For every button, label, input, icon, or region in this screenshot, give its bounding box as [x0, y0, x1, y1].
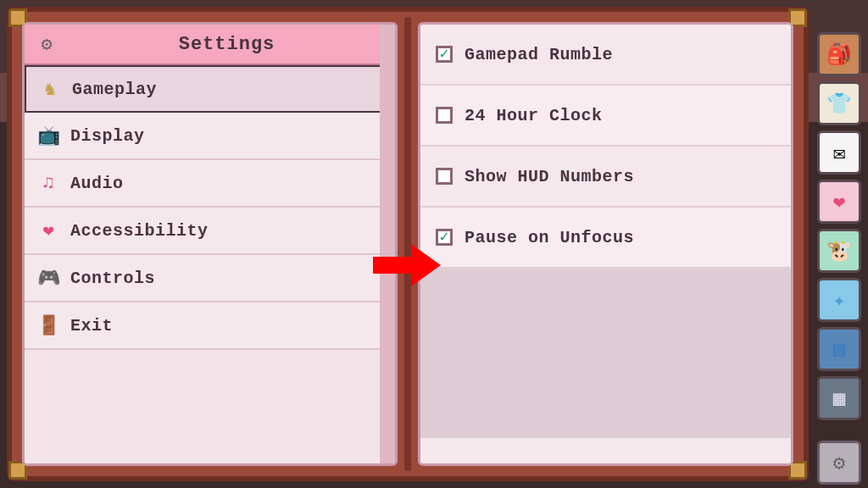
page-title: Settings	[69, 34, 385, 55]
checkbox-unchecked-icon	[436, 168, 453, 185]
option-24-hour-clock[interactable]: 24 Hour Clock	[420, 86, 791, 147]
quest-icon	[833, 337, 845, 362]
option-label: Pause on Unfocus	[465, 228, 634, 247]
settings-nav-page: Settings Gameplay Display Audio Accessi	[22, 22, 398, 466]
nav-label: Accessibility	[70, 221, 209, 241]
checkbox-unchecked-icon	[436, 107, 453, 124]
option-show-hud-numbers[interactable]: Show HUD Numbers	[420, 147, 791, 208]
cow-icon	[826, 239, 852, 263]
nav-controls[interactable]: Controls	[25, 255, 395, 302]
gear-icon	[833, 451, 845, 475]
option-label: Gamepad Rumble	[465, 45, 613, 64]
option-pause-on-unfocus[interactable]: Pause on Unfocus	[420, 208, 791, 269]
empty-space	[420, 269, 791, 438]
settings-book: Settings Gameplay Display Audio Accessi	[7, 7, 809, 481]
tab-skills[interactable]	[817, 278, 861, 322]
tab-relations[interactable]	[817, 180, 861, 224]
shirt-icon	[826, 92, 852, 116]
tv-icon	[36, 124, 60, 147]
bag-icon	[826, 42, 852, 67]
checkbox-checked-icon	[436, 46, 453, 63]
nav-label: Display	[70, 126, 145, 146]
book-icon	[833, 386, 845, 411]
nav-label: Audio	[70, 174, 124, 193]
nav-audio[interactable]: Audio	[25, 160, 395, 208]
tab-mail[interactable]	[817, 130, 861, 175]
heart-icon	[36, 219, 60, 242]
nav-exit[interactable]: Exit	[25, 302, 395, 350]
nav-label: Gameplay	[72, 80, 157, 99]
gear-icon	[35, 32, 58, 56]
nav-accessibility[interactable]: Accessibility	[25, 208, 395, 255]
tab-quests[interactable]	[817, 327, 861, 371]
knight-icon	[38, 77, 62, 101]
option-gamepad-rumble[interactable]: Gamepad Rumble	[420, 25, 791, 86]
heart-icon	[833, 190, 845, 214]
checkbox-checked-icon	[436, 229, 453, 246]
gameplay-options-list: Gamepad Rumble 24 Hour Clock Show HUD Nu…	[420, 25, 791, 269]
nav-gameplay[interactable]: Gameplay	[25, 65, 395, 113]
menu-tabs	[817, 32, 865, 485]
nav-label: Exit	[70, 316, 113, 336]
page-binding	[380, 25, 395, 463]
gamepad-icon	[36, 266, 60, 290]
tab-animals[interactable]	[817, 229, 861, 273]
nav-label: Controls	[70, 269, 155, 288]
music-note-icon	[36, 171, 60, 195]
tab-settings[interactable]	[817, 441, 861, 485]
book-spine	[404, 17, 411, 471]
option-label: 24 Hour Clock	[465, 106, 603, 125]
tab-inventory[interactable]	[817, 32, 861, 76]
door-icon	[36, 313, 60, 337]
envelope-icon	[833, 141, 845, 165]
option-label: Show HUD Numbers	[465, 167, 634, 186]
nav-display[interactable]: Display	[25, 113, 395, 160]
settings-category-list: Gameplay Display Audio Accessibility Con…	[25, 65, 395, 350]
sparkle-icon	[833, 288, 845, 313]
settings-header: Settings	[25, 25, 395, 65]
tab-collections[interactable]	[817, 376, 861, 420]
settings-options-page: Gamepad Rumble 24 Hour Clock Show HUD Nu…	[418, 22, 793, 466]
tab-outfit[interactable]	[817, 81, 861, 125]
